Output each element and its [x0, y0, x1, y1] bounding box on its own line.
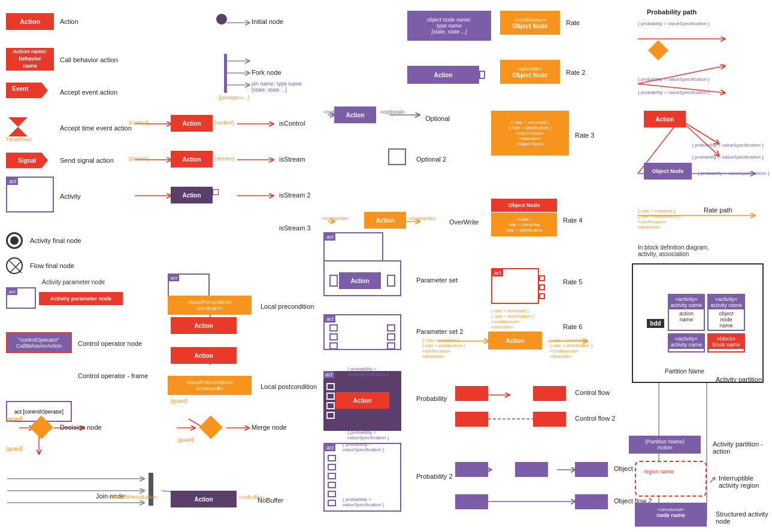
object-node-prob: Object Node: [644, 163, 692, 180]
flow-final-desc: Flow final node: [30, 262, 74, 269]
nobuffer-left: «noBuffer»: [132, 494, 158, 500]
flow-final-node: [6, 257, 23, 274]
optional2-box: [388, 148, 406, 165]
rate4-topbox: Object Node: [491, 199, 557, 212]
activity-final-node: [6, 232, 23, 249]
prob-tag-obj: { probability = valueSpecification }: [698, 171, 770, 176]
pin-isstream2: [213, 189, 219, 195]
partition-name-label: Partition Name: [665, 368, 704, 375]
action-probability: Action: [335, 392, 389, 409]
iscontrol-desc: isControl: [279, 120, 305, 127]
isstream3-desc: isStream 3: [279, 224, 311, 232]
fork-node-bar: [224, 54, 227, 93]
rate3-box: { rate = constant }{ rate = distribution…: [491, 111, 569, 156]
control-flow2-desc: Control flow 2: [575, 415, 615, 422]
param-set-desc: Parameter set: [416, 276, 458, 284]
optional-desc: Optional: [425, 115, 450, 122]
prob-path-tag4: { probability = valueSpecification }: [692, 142, 764, 148]
rate6-desc: Rate 6: [563, 323, 582, 330]
bdd-container: bdd «activity»activity name actionname «…: [632, 263, 764, 383]
action-element: Action: [6, 13, 54, 30]
stream-label-left: {stream}: [129, 156, 149, 162]
stream-label-right: {stream}: [214, 156, 235, 162]
cf-btn2: [533, 386, 566, 401]
prob-path-tag5: { probability = valueSpecification }: [692, 154, 764, 160]
call-behavior-desc: Call behavior action: [60, 56, 118, 63]
control-label-left: {control}: [129, 120, 149, 126]
structured-node: «structured» node name: [635, 503, 707, 527]
prob-path-tag1: { probability = valueSpecification }: [638, 21, 710, 26]
rate-path-tag1: { rate = constant }{ rate = distribution…: [638, 208, 680, 230]
time-event-desc: Accept time event action: [60, 124, 132, 132]
control-flow-desc: Control flow: [575, 389, 610, 396]
prob2-tag1: { probability =valueSpecification }: [343, 442, 384, 452]
interruptible-desc: Interruptibleactivity region: [719, 475, 759, 489]
bdd-title-label: In block definition diagram,activity, as…: [638, 244, 709, 257]
prob-diamond: [651, 43, 665, 57]
merge-node: [202, 419, 219, 436]
probability-tag2: { probability =valueSpecification }: [347, 430, 389, 440]
prob-path-tag3: { probability = valueSpecification }: [638, 90, 710, 95]
action-paramset: Action: [339, 272, 381, 289]
object-node2-container: Action: [407, 60, 485, 90]
rate3-desc: Rate 3: [575, 132, 594, 139]
partition-action-btn: (Partition Name)Action: [629, 436, 701, 454]
rate6-tag-left: { rate = constant }{ rate = distribution…: [422, 338, 465, 359]
rate4-desc: Rate 4: [563, 217, 582, 224]
continuous-tag: «continuous» Object Node: [500, 11, 560, 35]
control-label-right: {control}: [214, 120, 234, 126]
time-event-label: TimeEvent: [6, 136, 32, 142]
action-localpre2: Action: [171, 347, 237, 364]
decision-desc: Decision node: [60, 424, 102, 431]
action-optional: Action: [334, 107, 376, 123]
prob2-tag2: { probability =valueSpecification }: [343, 497, 384, 507]
decision-guard1: [guard]: [6, 416, 23, 422]
partition-desc: Activity partition: [716, 376, 762, 383]
nobuffer-desc: NoBuffer: [258, 497, 283, 504]
partition-action-desc: Activity partition - action: [713, 440, 772, 455]
rate1-desc: Rate: [566, 19, 580, 26]
overwrite-tag-left: «overwrite»: [321, 215, 349, 221]
overwrite-desc: OverWrite: [449, 218, 479, 226]
decision-guard2: [guard]: [6, 446, 23, 452]
of-btn3: [575, 462, 608, 477]
merge-node-desc: Merge node: [252, 424, 287, 431]
accept-event-element: Event: [6, 83, 48, 98]
action-rate6: Action: [488, 332, 542, 349]
joinspec-label: {joinspec=...}: [219, 95, 250, 101]
rate5-actframe: act: [491, 268, 539, 304]
of-btn2: [515, 462, 548, 477]
param-set-container: Action: [323, 260, 401, 296]
call-behavior-btn: Action name:behavior name: [6, 48, 54, 71]
send-signal-desc: Send signal action: [60, 157, 114, 164]
action-probpath: Action: [644, 111, 686, 127]
svg-marker-46: [8, 117, 28, 127]
action-localpre1: Action: [171, 317, 237, 334]
accept-event-desc: Accept event action: [60, 89, 117, 96]
of-btn1: [455, 462, 488, 477]
probability2-desc: Probability 2: [416, 473, 453, 480]
optional-tag-right: «optional»: [380, 109, 405, 115]
join-node-bar: [149, 473, 153, 506]
action-isstream: Action: [171, 151, 213, 168]
structured-node-desc: Structured activity node: [716, 510, 772, 525]
time-event-element: [6, 115, 30, 139]
control-op-node: "controlOperator"CallBehaviorAction: [6, 332, 72, 353]
svg-marker-47: [8, 127, 28, 136]
activity-desc: Activity: [60, 193, 81, 200]
probability-tag1: { probability =valueSpecification }: [347, 366, 389, 377]
isstream2-desc: isStream 2: [279, 191, 311, 199]
region-name: region name: [644, 469, 674, 475]
prob-path-title: Probability path: [647, 8, 697, 16]
overwrite-tag-right: «overwrite»: [408, 215, 437, 221]
action-desc: Action: [60, 18, 78, 25]
discrete-tag: «discrete» Object Node: [500, 60, 560, 84]
of2-btn2: [575, 494, 608, 509]
activity-param-node-container: Activity parameter node act Activity par…: [6, 279, 126, 312]
diagram-container: Action Action Action name:behavior name …: [0, 0, 772, 532]
action-overwrite: Action: [364, 212, 406, 229]
prob-path-tag2: { probability = valueSpecification }: [638, 77, 710, 82]
rate5-tag: { rate = constant }{ rate = distribution…: [491, 308, 534, 330]
local-precondition-box: «localPreconditionconstraint»: [168, 296, 252, 315]
probability-container: act Action: [323, 371, 401, 431]
